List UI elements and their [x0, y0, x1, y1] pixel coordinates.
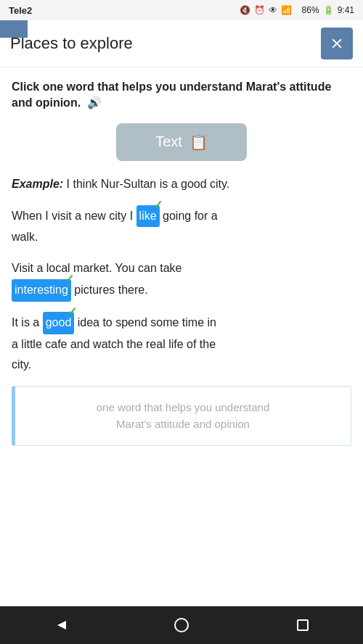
back-button[interactable]	[37, 611, 83, 640]
checkmark-like: ✓	[153, 195, 163, 216]
paragraph-1: When I visit a new city I ✓like going fo…	[12, 205, 351, 249]
header-bar: Places to explore	[0, 20, 363, 67]
hint-box: one word that helps you understand Marat…	[12, 386, 351, 446]
example-paragraph: Example: I think Nur-Sultan is a good ci…	[12, 174, 351, 195]
instruction-body: Click one word that helps you understand…	[12, 80, 331, 109]
paragraph-2: Visit a local market. You can take ✓inte…	[12, 258, 351, 302]
battery-icon: 🔋	[323, 5, 334, 15]
para1-text-before: When I visit a new city I	[12, 210, 136, 222]
svg-point-1	[175, 619, 188, 632]
carrier-label: Tele2	[9, 5, 32, 16]
passage-text: Example: I think Nur-Sultan is a good ci…	[12, 174, 351, 376]
highlighted-word-like[interactable]: ✓like	[136, 205, 160, 228]
close-icon	[329, 36, 345, 51]
para1-line2: walk.	[12, 231, 38, 243]
para2-text-before: Visit a local market. You can take	[12, 262, 182, 274]
highlighted-word-good[interactable]: ✓good	[43, 312, 75, 334]
mute-icon: 🔇	[240, 5, 250, 15]
example-sentence: I think Nur-Sultan is a good city.	[63, 178, 229, 190]
para1-text-after: going for a	[160, 210, 218, 222]
home-icon	[173, 616, 190, 634]
highlighted-word-interesting[interactable]: ✓interesting	[12, 279, 71, 302]
hint-line2: Marat's attitude and opinion	[116, 418, 250, 430]
home-button[interactable]	[158, 611, 205, 640]
status-bar: Tele2 🔇 ⏰ 👁 📶 86% 🔋 9:41	[0, 0, 363, 20]
svg-marker-0	[57, 621, 66, 629]
back-icon	[52, 616, 69, 634]
text-button-wrapper: Text 📋	[12, 123, 351, 161]
instruction-text: Click one word that helps you understand…	[12, 79, 351, 112]
sound-button[interactable]: 🔊	[87, 95, 102, 111]
example-label: Example:	[12, 178, 63, 190]
svg-rect-2	[298, 620, 308, 630]
recent-button[interactable]	[280, 611, 326, 640]
close-button[interactable]	[321, 28, 353, 59]
recent-icon	[294, 616, 311, 634]
para2-text-after: pictures there.	[71, 284, 148, 296]
text-button[interactable]: Text 📋	[116, 123, 247, 161]
status-icons-group: 🔇 ⏰ 👁 📶 86% 🔋 9:41	[240, 5, 354, 15]
para3-text-before: It is a	[12, 316, 43, 329]
hint-line1: one word that helps you understand	[97, 401, 270, 413]
text-button-label: Text	[155, 133, 182, 150]
paragraph-3: It is a ✓good idea to spend some time in…	[12, 312, 351, 376]
text-button-icon: 📋	[189, 133, 208, 151]
wifi-icon: 📶	[281, 5, 292, 15]
header-accent-block	[0, 20, 28, 38]
main-content: Click one word that helps you understand…	[0, 67, 363, 453]
para3-line3: city.	[12, 358, 31, 371]
para3-text-after: idea to spend some time in	[74, 316, 216, 329]
para3-line2: a little cafe and watch the real life of…	[12, 338, 216, 350]
alarm-icon: ⏰	[254, 5, 265, 15]
signal-icon	[295, 5, 298, 15]
time-label: 9:41	[338, 5, 354, 15]
battery-label: 86%	[302, 5, 319, 15]
eye-icon: 👁	[269, 5, 277, 15]
checkmark-interesting: ✓	[65, 269, 74, 290]
bottom-nav-bar	[0, 606, 363, 644]
checkmark-good: ✓	[68, 302, 77, 323]
page-title: Places to explore	[10, 34, 133, 53]
